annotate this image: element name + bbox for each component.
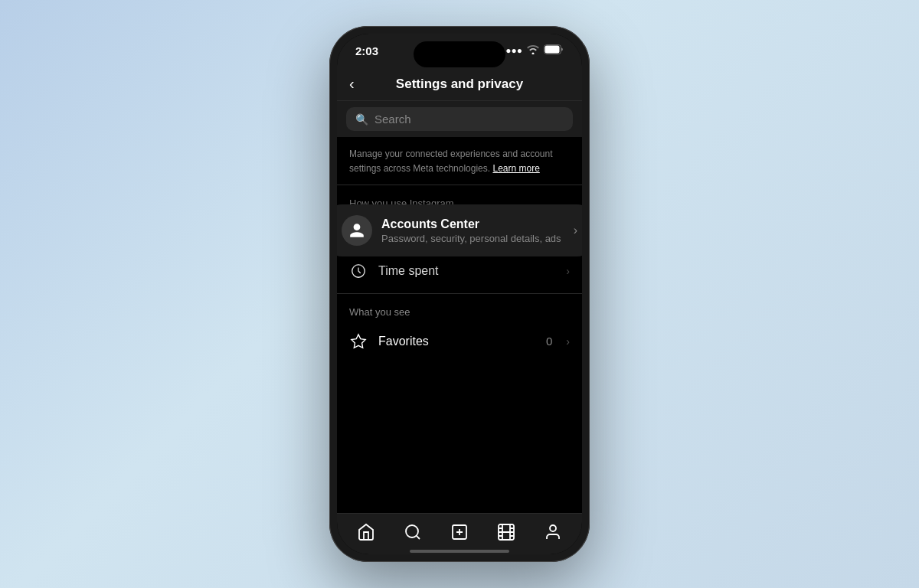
accounts-manage-section: Manage your connected experiences and ac… (337, 137, 582, 181)
home-indicator (337, 550, 582, 554)
accounts-center-subtitle: Password, security, personal details, ad… (381, 233, 564, 244)
learn-more-link[interactable]: Learn more (492, 163, 539, 174)
favorites-icon (349, 332, 368, 351)
accounts-center-icon (342, 215, 372, 246)
person-icon (348, 222, 365, 239)
favorites-chevron: › (566, 335, 570, 348)
divider-1 (337, 185, 582, 185)
time-spent-item[interactable]: Time spent › (337, 252, 582, 290)
status-time: 2:03 (355, 44, 378, 57)
wifi-icon (527, 45, 539, 57)
home-indicator-bar (410, 550, 509, 553)
film-icon (497, 523, 515, 541)
star-icon (350, 333, 367, 350)
manage-text: Manage your connected experiences and ac… (349, 149, 553, 174)
accounts-center-text: Accounts Center Password, security, pers… (381, 217, 564, 244)
svg-marker-3 (352, 334, 365, 347)
status-bar: 2:03 ●●●● (337, 34, 582, 67)
svg-point-23 (550, 525, 556, 531)
svg-rect-1 (545, 46, 560, 54)
search-icon: 🔍 (355, 113, 368, 126)
search-placeholder: Search (374, 113, 411, 126)
favorites-label: Favorites (378, 335, 535, 348)
main-content: Accounts Center Password, security, pers… (337, 137, 582, 513)
tab-reels[interactable] (489, 515, 523, 549)
favorites-item[interactable]: Favorites 0 › (337, 322, 582, 361)
plus-square-icon (450, 523, 469, 541)
search-input[interactable]: 🔍 Search (346, 107, 573, 131)
home-icon (357, 523, 375, 541)
tab-bar (337, 513, 582, 550)
svg-point-10 (406, 525, 418, 537)
time-spent-label: Time spent (378, 264, 555, 278)
tab-home[interactable] (349, 515, 383, 549)
back-button[interactable]: ‹ (349, 75, 355, 93)
search-bar-container: 🔍 Search (337, 101, 582, 137)
favorites-badge: 0 (546, 335, 552, 348)
settings-header: ‹ Settings and privacy (337, 67, 582, 101)
divider-2 (337, 293, 582, 294)
phone-screen: 2:03 ●●●● (337, 34, 582, 554)
status-icons: ●●●● (500, 44, 564, 57)
what-you-see-header: What you see (337, 297, 582, 322)
tab-search[interactable] (396, 515, 430, 549)
clock-icon (350, 263, 367, 279)
muted-item[interactable]: Muted 1 › (337, 361, 582, 370)
battery-icon (544, 44, 564, 57)
accounts-center-tooltip[interactable]: Accounts Center Password, security, pers… (337, 204, 582, 256)
phone-frame: 2:03 ●●●● (329, 26, 590, 562)
tab-add[interactable] (443, 515, 476, 549)
accounts-center-chevron: › (574, 224, 577, 237)
dynamic-island (414, 41, 505, 67)
tab-profile[interactable] (536, 515, 570, 549)
time-spent-icon (349, 262, 368, 280)
svg-line-11 (417, 536, 420, 539)
accounts-center-title: Accounts Center (381, 217, 564, 231)
search-tab-icon (404, 523, 422, 541)
time-spent-chevron: › (566, 265, 570, 277)
profile-icon (544, 523, 562, 541)
header-title: Settings and privacy (396, 77, 523, 92)
